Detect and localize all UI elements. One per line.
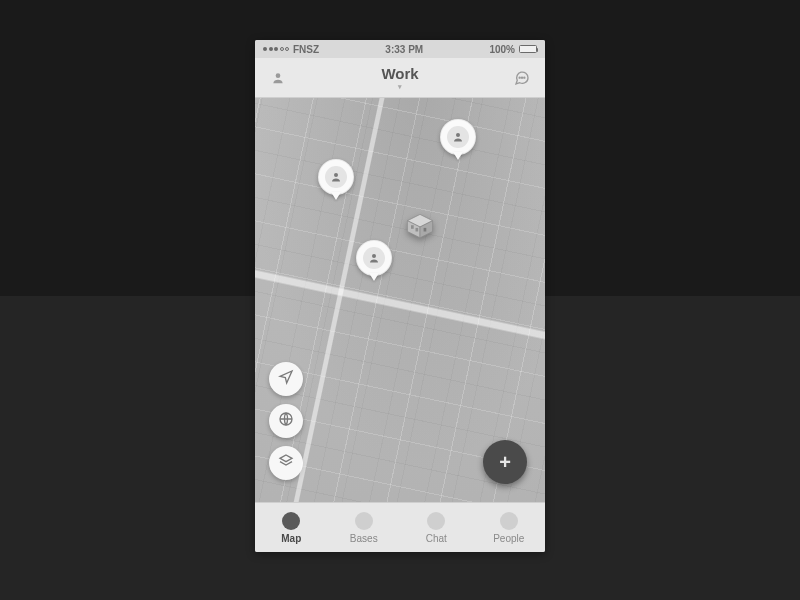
tab-chat[interactable]: Chat (400, 512, 473, 544)
clock-label: 3:33 PM (385, 44, 423, 55)
chevron-down-icon: ▾ (398, 83, 402, 90)
locate-button[interactable] (269, 362, 303, 396)
svg-marker-9 (420, 221, 433, 238)
carrier-label: FNSZ (293, 44, 319, 55)
nav-bar: Work ▾ (255, 58, 545, 98)
person-icon (325, 166, 347, 188)
svg-marker-8 (408, 221, 421, 238)
svg-point-6 (372, 254, 376, 258)
tab-label: Map (281, 533, 301, 544)
svg-point-13 (280, 413, 292, 425)
svg-point-1 (519, 77, 520, 78)
person-icon (447, 126, 469, 148)
tab-dot-icon (282, 512, 300, 530)
map-marker-building[interactable] (400, 207, 440, 247)
layers-icon (278, 453, 294, 473)
battery-pct-label: 100% (489, 44, 515, 55)
svg-point-5 (456, 133, 460, 137)
nav-title[interactable]: Work ▾ (381, 66, 418, 90)
locate-icon (278, 369, 294, 389)
profile-icon[interactable] (269, 69, 287, 87)
plus-icon: + (499, 451, 511, 474)
svg-point-4 (334, 173, 338, 177)
map-marker-person[interactable] (440, 119, 476, 155)
tab-dot-icon (427, 512, 445, 530)
svg-point-0 (276, 73, 281, 78)
nav-title-label: Work (381, 66, 418, 81)
status-bar: FNSZ 3:33 PM 100% (255, 40, 545, 58)
globe-button[interactable] (269, 404, 303, 438)
building-icon (408, 215, 433, 238)
svg-point-2 (521, 77, 522, 78)
phone-frame: FNSZ 3:33 PM 100% Work ▾ (255, 40, 545, 552)
tab-dot-icon (355, 512, 373, 530)
tab-map[interactable]: Map (255, 512, 328, 544)
tab-label: People (493, 533, 524, 544)
svg-rect-10 (411, 225, 414, 229)
globe-icon (278, 411, 294, 431)
svg-marker-14 (280, 455, 292, 462)
svg-rect-12 (424, 228, 427, 232)
layers-button[interactable] (269, 446, 303, 480)
signal-dots-icon (263, 47, 289, 51)
battery-icon (519, 45, 537, 53)
tab-people[interactable]: People (473, 512, 546, 544)
tab-bar: Map Bases Chat People (255, 502, 545, 552)
tab-dot-icon (500, 512, 518, 530)
map-marker-person[interactable] (356, 240, 392, 276)
map-marker-person[interactable] (318, 159, 354, 195)
svg-rect-11 (416, 228, 419, 232)
tab-bases[interactable]: Bases (328, 512, 401, 544)
status-right: 100% (489, 44, 537, 55)
svg-point-3 (524, 77, 525, 78)
person-icon (363, 247, 385, 269)
tab-label: Bases (350, 533, 378, 544)
status-left: FNSZ (263, 44, 319, 55)
tab-label: Chat (426, 533, 447, 544)
svg-marker-7 (408, 215, 433, 228)
map-view[interactable]: + (255, 98, 545, 502)
add-button[interactable]: + (483, 440, 527, 484)
chat-icon[interactable] (513, 69, 531, 87)
